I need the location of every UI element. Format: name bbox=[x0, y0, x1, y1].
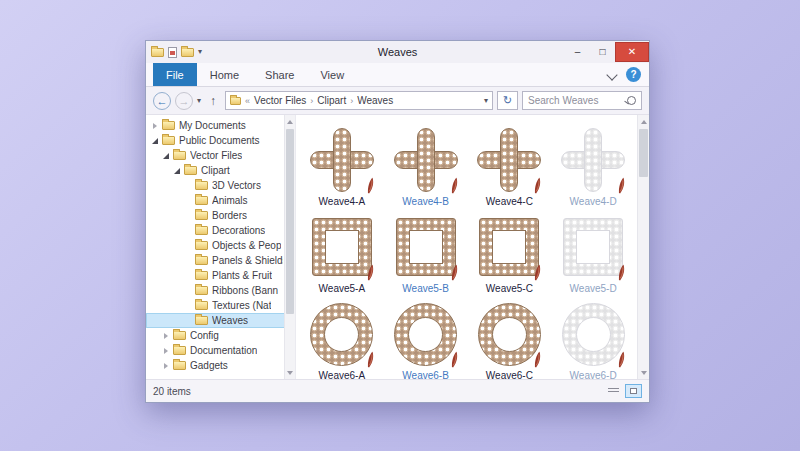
tab-file[interactable]: File bbox=[153, 63, 197, 86]
ribbon-expand-icon[interactable] bbox=[606, 69, 617, 80]
file-item[interactable]: Weave4-A bbox=[300, 120, 384, 207]
sidebar-item-vector-files[interactable]: Vector Files bbox=[146, 148, 295, 163]
folder-icon bbox=[195, 256, 208, 265]
tab-view[interactable]: View bbox=[307, 63, 357, 86]
navigation-toolbar: ← → ▾ ↑ « Vector Files › Clipart › Weave… bbox=[146, 87, 649, 115]
sidebar-item-clipart[interactable]: Clipart bbox=[146, 163, 295, 178]
scroll-up-icon[interactable] bbox=[285, 116, 295, 127]
file-name: Weave6-D bbox=[570, 370, 617, 381]
view-toggles bbox=[605, 384, 642, 398]
folder-icon bbox=[173, 361, 186, 370]
scroll-down-icon[interactable] bbox=[638, 367, 649, 378]
tab-home[interactable]: Home bbox=[197, 63, 252, 86]
address-dropdown-icon[interactable]: ▾ bbox=[484, 97, 488, 105]
sidebar-item-config[interactable]: Config bbox=[146, 328, 295, 343]
expander-expanded-icon[interactable] bbox=[173, 166, 183, 176]
file-item[interactable]: Weave6-A bbox=[300, 294, 384, 381]
sidebar-item-borders[interactable]: Borders bbox=[146, 208, 295, 223]
sidebar-item-label: Animals bbox=[212, 195, 248, 206]
details-view-button[interactable] bbox=[605, 384, 622, 398]
sidebar-item-label: My Documents bbox=[179, 120, 246, 131]
breadcrumb-vector-files[interactable]: Vector Files bbox=[254, 95, 306, 106]
sidebar-item-3d-vectors[interactable]: 3D Vectors bbox=[146, 178, 295, 193]
properties-icon[interactable] bbox=[168, 47, 177, 58]
file-item[interactable]: Weave5-A bbox=[300, 207, 384, 294]
sidebar-item-ribbons[interactable]: Ribbons (Bann bbox=[146, 283, 295, 298]
file-item[interactable]: Weave4-C bbox=[468, 120, 552, 207]
scroll-down-icon[interactable] bbox=[285, 367, 295, 378]
sidebar-item-animals[interactable]: Animals bbox=[146, 193, 295, 208]
file-name: Weave5-D bbox=[570, 283, 617, 294]
sidebar-item-label: Plants & Fruit bbox=[212, 270, 272, 281]
expander-collapsed-icon[interactable] bbox=[162, 361, 172, 371]
file-item[interactable]: Weave5-D bbox=[551, 207, 635, 294]
sidebar-item-documentation[interactable]: Documentation bbox=[146, 343, 295, 358]
expander-collapsed-icon[interactable] bbox=[162, 331, 172, 341]
sidebar-item-plants-fruit[interactable]: Plants & Fruit bbox=[146, 268, 295, 283]
search-input[interactable]: Search Weaves bbox=[522, 91, 642, 110]
close-button[interactable]: ✕ bbox=[615, 42, 649, 62]
folder-icon bbox=[195, 316, 208, 325]
tab-share[interactable]: Share bbox=[252, 63, 307, 86]
file-list-pane: Weave4-A Weave4-B Weave4-C Weave4-D Weav… bbox=[296, 115, 649, 379]
help-button[interactable]: ? bbox=[626, 67, 641, 82]
sidebar-item-label: Objects & Peop bbox=[212, 240, 281, 251]
feather-overlay-icon bbox=[614, 350, 628, 369]
file-name: Weave4-B bbox=[402, 196, 449, 207]
expander-collapsed-icon[interactable] bbox=[151, 121, 161, 131]
folder-icon bbox=[173, 331, 186, 340]
sidebar-item-objects-people[interactable]: Objects & Peop bbox=[146, 238, 295, 253]
folder-icon bbox=[195, 226, 208, 235]
file-item[interactable]: Weave6-B bbox=[384, 294, 468, 381]
back-button[interactable]: ← bbox=[153, 92, 171, 110]
expander-expanded-icon[interactable] bbox=[151, 136, 161, 146]
file-item[interactable]: Weave6-C bbox=[468, 294, 552, 381]
file-item[interactable]: Weave4-D bbox=[551, 120, 635, 207]
expander-collapsed-icon[interactable] bbox=[162, 346, 172, 356]
refresh-button[interactable]: ↻ bbox=[497, 91, 518, 110]
files-scrollbar[interactable] bbox=[637, 115, 649, 379]
sidebar-item-label: Gadgets bbox=[190, 360, 228, 371]
feather-overlay-icon bbox=[614, 176, 628, 195]
title-bar[interactable]: ▾ Weaves – □ ✕ bbox=[146, 41, 649, 63]
scroll-up-icon[interactable] bbox=[638, 116, 649, 127]
address-bar[interactable]: « Vector Files › Clipart › Weaves ▾ bbox=[225, 91, 493, 110]
sidebar-item-label: Config bbox=[190, 330, 219, 341]
file-item[interactable]: Weave6-D bbox=[551, 294, 635, 381]
file-item[interactable]: Weave5-C bbox=[468, 207, 552, 294]
forward-button[interactable]: → bbox=[175, 92, 193, 110]
app-folder-icon bbox=[151, 48, 164, 57]
new-folder-icon[interactable] bbox=[181, 48, 194, 57]
file-item[interactable]: Weave4-B bbox=[384, 120, 468, 207]
sidebar-item-decorations[interactable]: Decorations bbox=[146, 223, 295, 238]
up-button[interactable]: ↑ bbox=[205, 93, 221, 109]
sidebar-item-my-documents[interactable]: My Documents bbox=[146, 118, 295, 133]
scrollbar-thumb[interactable] bbox=[286, 129, 294, 314]
sidebar-item-label: Weaves bbox=[212, 315, 248, 326]
qat-dropdown-icon[interactable]: ▾ bbox=[198, 48, 202, 56]
sidebar-item-public-documents[interactable]: Public Documents bbox=[146, 133, 295, 148]
address-folder-icon bbox=[230, 97, 241, 105]
tree-scrollbar[interactable] bbox=[284, 115, 295, 379]
file-item[interactable]: Weave5-B bbox=[384, 207, 468, 294]
folder-icon bbox=[195, 211, 208, 220]
sidebar-item-textures[interactable]: Textures (Nat bbox=[146, 298, 295, 313]
history-dropdown-icon[interactable]: ▾ bbox=[197, 97, 201, 105]
expander-expanded-icon[interactable] bbox=[162, 151, 172, 161]
sidebar-item-weaves[interactable]: Weaves bbox=[146, 313, 295, 328]
sidebar-item-panels-shields[interactable]: Panels & Shields bbox=[146, 253, 295, 268]
feather-overlay-icon bbox=[447, 176, 461, 195]
minimize-button[interactable]: – bbox=[565, 42, 590, 62]
explorer-window: ▾ Weaves – □ ✕ File Home Share View ? ← … bbox=[145, 40, 650, 403]
sidebar-item-gadgets[interactable]: Gadgets bbox=[146, 358, 295, 373]
breadcrumb-clipart[interactable]: Clipart bbox=[317, 95, 346, 106]
maximize-button[interactable]: □ bbox=[590, 42, 615, 62]
scrollbar-thumb[interactable] bbox=[639, 129, 648, 177]
folder-icon bbox=[195, 301, 208, 310]
square-weave-thumbnail-outline bbox=[559, 213, 627, 281]
ring-weave-thumbnail bbox=[475, 300, 543, 368]
large-icons-view-button[interactable] bbox=[625, 384, 642, 398]
file-name: Weave4-D bbox=[570, 196, 617, 207]
expander-none bbox=[184, 211, 194, 221]
breadcrumb-weaves[interactable]: Weaves bbox=[357, 95, 393, 106]
